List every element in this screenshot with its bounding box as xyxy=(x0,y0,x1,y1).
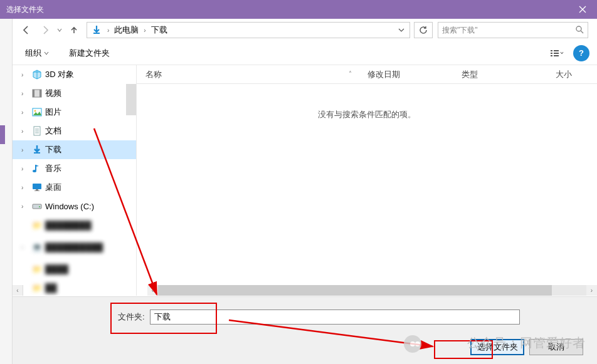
svg-rect-20 xyxy=(36,189,38,190)
folder-icon xyxy=(31,182,43,193)
sort-indicator: ˄ xyxy=(349,70,352,77)
tree-item-blurred: 📁██ xyxy=(13,278,136,296)
breadcrumb-seg1[interactable]: 此电脑 xyxy=(110,23,142,38)
chevron-icon: › xyxy=(106,27,110,34)
back-button[interactable] xyxy=(18,21,35,39)
expand-icon[interactable]: › xyxy=(21,90,29,97)
expand-icon[interactable]: › xyxy=(21,165,29,172)
tree-label: 3D 对象 xyxy=(45,69,74,80)
tree-item[interactable]: ›下载 xyxy=(13,140,136,159)
svg-rect-22 xyxy=(33,204,41,209)
tree-label: 文档 xyxy=(45,125,61,137)
bottom-panel: 文件夹: 选择文件夹 取消 xyxy=(13,296,597,364)
recent-dropdown[interactable] xyxy=(55,21,64,39)
folder-tree: ›3D 对象›视频›图片›文档›下载›音乐›桌面›Windows (C:) 📁█… xyxy=(13,65,137,296)
select-folder-button[interactable]: 选择文件夹 xyxy=(470,339,524,355)
folder-icon xyxy=(31,144,43,155)
search-box[interactable] xyxy=(438,22,588,38)
new-folder-button[interactable]: 新建文件夹 xyxy=(64,45,115,61)
svg-point-18 xyxy=(33,170,36,172)
breadcrumb-seg2[interactable]: 下载 xyxy=(147,23,171,38)
search-input[interactable] xyxy=(442,26,575,34)
expand-icon[interactable]: › xyxy=(21,128,29,135)
close-button[interactable] xyxy=(568,0,597,19)
svg-point-1 xyxy=(576,26,581,31)
svg-rect-10 xyxy=(40,90,41,97)
expand-icon[interactable]: › xyxy=(21,147,29,153)
svg-rect-2 xyxy=(551,50,552,51)
svg-rect-17 xyxy=(34,152,40,153)
svg-rect-9 xyxy=(33,90,34,97)
col-size[interactable]: 大小 xyxy=(547,65,597,83)
svg-rect-0 xyxy=(93,33,100,34)
tree-item-blurred: 📁████████ xyxy=(13,216,136,234)
svg-rect-3 xyxy=(554,50,559,51)
svg-rect-4 xyxy=(551,53,552,54)
forward-button[interactable] xyxy=(36,21,54,39)
tree-item[interactable]: ›桌面 xyxy=(13,178,136,197)
col-type[interactable]: 类型 xyxy=(453,65,547,83)
folder-icon xyxy=(31,69,43,80)
tree-label: 下载 xyxy=(45,144,61,155)
folder-icon xyxy=(31,125,43,137)
col-name[interactable]: 名称˄ xyxy=(137,65,359,83)
tree-scrollbar[interactable] xyxy=(126,84,136,115)
col-date[interactable]: 修改日期 xyxy=(359,65,453,83)
toolbar: 组织 新建文件夹 ? xyxy=(13,41,597,65)
left-window-edge xyxy=(0,0,13,364)
tree-item[interactable]: ›音乐 xyxy=(13,159,136,178)
expand-icon[interactable]: › xyxy=(21,71,29,78)
tree-label: Windows (C:) xyxy=(45,202,94,211)
search-icon xyxy=(575,25,584,36)
chevron-icon: › xyxy=(142,27,147,34)
refresh-button[interactable] xyxy=(414,22,433,38)
organize-menu[interactable]: 组织 xyxy=(20,45,54,61)
svg-rect-5 xyxy=(554,53,559,54)
tree-item[interactable]: ›视频 xyxy=(13,84,136,103)
tree-item[interactable]: ›图片 xyxy=(13,103,136,122)
folder-icon xyxy=(31,163,43,174)
svg-rect-6 xyxy=(551,55,552,56)
tree-label: 视频 xyxy=(45,88,61,99)
tree-scroll-left[interactable]: ‹ xyxy=(13,285,23,296)
tree-item[interactable]: ›文档 xyxy=(13,122,136,140)
svg-point-12 xyxy=(34,110,36,112)
folder-icon xyxy=(31,200,43,212)
address-bar[interactable]: › 此电脑 › 下载 xyxy=(87,22,410,38)
expand-icon[interactable]: › xyxy=(21,203,29,210)
help-button[interactable]: ? xyxy=(573,45,589,61)
svg-rect-19 xyxy=(33,184,41,189)
svg-rect-7 xyxy=(554,55,559,56)
breadcrumb-icon[interactable] xyxy=(87,23,106,38)
svg-point-23 xyxy=(39,206,40,207)
tree-label: 音乐 xyxy=(45,163,61,174)
file-list: 名称˄ 修改日期 类型 大小 没有与搜索条件匹配的项。 ‹› xyxy=(137,65,597,296)
empty-message: 没有与搜索条件匹配的项。 xyxy=(137,84,597,296)
view-options[interactable] xyxy=(546,45,568,61)
tree-item-blurred: 📁████ xyxy=(13,259,136,278)
tree-label: 桌面 xyxy=(45,182,61,193)
tree-item-blurred: ›💻██████████ xyxy=(13,234,136,259)
folder-icon xyxy=(31,107,43,118)
cancel-button[interactable]: 取消 xyxy=(529,339,583,355)
folder-label: 文件夹: xyxy=(118,311,145,323)
nav-row: › 此电脑 › 下载 xyxy=(13,19,597,41)
column-headers: 名称˄ 修改日期 类型 大小 xyxy=(137,65,597,84)
tree-item[interactable]: ›3D 对象 xyxy=(13,65,136,84)
expand-icon[interactable]: › xyxy=(21,184,29,191)
svg-rect-21 xyxy=(34,190,40,191)
expand-icon[interactable]: › xyxy=(21,109,29,116)
tree-label: 图片 xyxy=(45,107,61,118)
list-hscroll[interactable]: ‹› xyxy=(147,285,597,296)
titlebar: 选择文件夹 xyxy=(0,0,597,19)
up-button[interactable] xyxy=(65,21,83,39)
tree-item[interactable]: ›Windows (C:) xyxy=(13,197,136,216)
folder-icon xyxy=(31,88,43,99)
window-title: 选择文件夹 xyxy=(6,4,44,15)
folder-name-input[interactable] xyxy=(150,309,520,325)
address-dropdown[interactable] xyxy=(393,26,409,35)
